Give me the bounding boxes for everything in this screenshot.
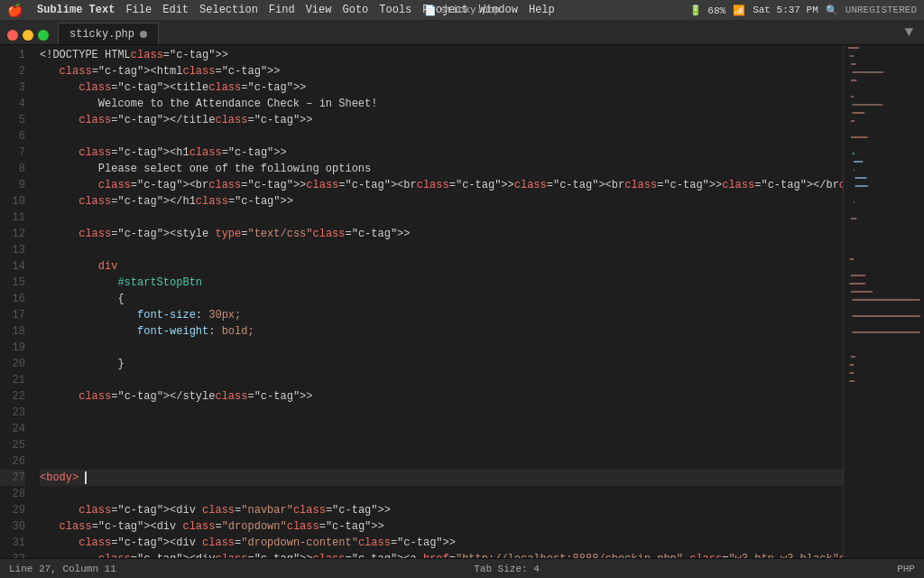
code-line: class="c-tag"><style type="text/css"clas…	[40, 226, 843, 242]
code-line: <body>	[40, 470, 843, 486]
minimap[interactable]	[843, 45, 924, 558]
menu-view[interactable]: View	[306, 4, 332, 16]
code-line: Welcome to the Attendance Check – in She…	[40, 96, 843, 112]
code-line	[40, 372, 843, 388]
file-tab[interactable]: sticky.php	[58, 23, 159, 44]
tab-close-dot[interactable]	[140, 31, 147, 38]
code-line: class="c-tag"><htmlclass="c-tag">>	[40, 63, 843, 79]
code-area[interactable]: <!DOCTYPE HTMLclass="c-tag">> class="c-t…	[32, 45, 843, 558]
code-line: class="c-tag"></titleclass="c-tag">>	[40, 112, 843, 128]
unregistered-label: UNREGISTERED	[845, 5, 917, 15]
battery-icon: 🔋 68%	[689, 5, 725, 16]
menu-edit[interactable]: Edit	[162, 4, 189, 16]
code-line	[40, 242, 843, 258]
code-line: class="c-tag"><brclass="c-tag">>class="c…	[40, 177, 843, 193]
editor-container: 1234567891011121314151617181920212223242…	[0, 45, 924, 558]
tab-filename: sticky.php	[69, 28, 134, 41]
tab-bar: sticky.php ▼	[0, 20, 924, 45]
menu-tools[interactable]: Tools	[379, 4, 411, 16]
code-line: class="c-tag"></styleclass="c-tag">>	[40, 388, 843, 405]
menu-find[interactable]: Find	[269, 4, 295, 16]
close-button[interactable]	[7, 30, 18, 41]
clock: Sat 5:37 PM	[753, 5, 818, 15]
status-bar: Line 27, Column 11 Tab Size: 4 PHP	[0, 558, 924, 578]
tab-size: Tab Size: 4	[474, 564, 540, 574]
code-line: font-weight: bold;	[40, 323, 843, 340]
code-line: <!DOCTYPE HTMLclass="c-tag">>	[40, 47, 843, 63]
minimize-button[interactable]	[23, 30, 33, 41]
line-numbers: 1234567891011121314151617181920212223242…	[0, 45, 32, 558]
code-line	[40, 405, 843, 421]
search-icon[interactable]: 🔍	[826, 5, 838, 16]
code-line: class="c-tag"><div class="dropdown-conte…	[40, 535, 843, 551]
cursor-position: Line 27, Column 11	[9, 564, 116, 574]
maximize-button[interactable]	[38, 30, 49, 41]
code-line: {	[40, 291, 843, 307]
code-line: font-size: 30px;	[40, 307, 843, 323]
code-line: class="c-tag"><div class="navbar"class="…	[40, 502, 843, 518]
code-line	[40, 210, 843, 226]
system-tray: 🔋 68% 📶 Sat 5:37 PM 🔍 UNREGISTERED	[689, 5, 917, 16]
code-line: class="c-tag"><div class="dropdown"class…	[40, 518, 843, 535]
code-line: div	[40, 258, 843, 275]
code-line: Please select one of the following optio…	[40, 161, 843, 177]
apple-menu[interactable]: 🍎	[7, 3, 23, 18]
code-line: class="c-tag"><divclass="c-tag">>class="…	[40, 551, 843, 558]
menu-selection[interactable]: Selection	[199, 4, 258, 16]
code-line: class="c-tag"></h1class="c-tag">>	[40, 193, 843, 210]
code-line	[40, 453, 843, 470]
code-line: class="c-tag"><h1class="c-tag">>	[40, 144, 843, 161]
code-line	[40, 421, 843, 437]
menu-file[interactable]: File	[125, 4, 152, 16]
syntax-label: PHP	[897, 564, 915, 574]
window-title: 📄 sticky.php	[424, 5, 500, 16]
code-line	[40, 340, 843, 356]
wifi-icon: 📶	[733, 5, 745, 16]
code-line: class="c-tag"><titleclass="c-tag">>	[40, 79, 843, 96]
menu-goto[interactable]: Goto	[342, 4, 368, 16]
code-line	[40, 437, 843, 453]
app-name: Sublime Text	[37, 4, 115, 16]
menu-bar: 🍎 Sublime Text File Edit Selection Find …	[0, 0, 924, 20]
code-line	[40, 486, 843, 502]
code-line	[40, 128, 843, 144]
new-tab-button[interactable]: ▼	[904, 24, 913, 41]
code-line: #startStopBtn	[40, 275, 843, 291]
code-line: }	[40, 356, 843, 372]
menu-help[interactable]: Help	[529, 4, 555, 16]
